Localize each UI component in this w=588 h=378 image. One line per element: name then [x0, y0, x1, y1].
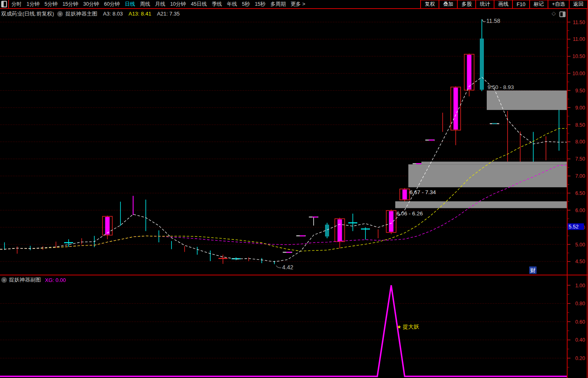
ma-values: A3: 8.03A13: 8.41A21: 7.35: [97, 11, 180, 17]
toolbar-button-4[interactable]: 画线: [494, 0, 512, 9]
svg-text:10.50: 10.50: [572, 54, 585, 59]
svg-text:0.80: 0.80: [575, 301, 585, 306]
period-tab-13[interactable]: 5秒: [239, 1, 252, 8]
svg-text:7.50: 7.50: [575, 156, 585, 162]
period-tab-9[interactable]: 10分钟: [168, 1, 189, 8]
diamond-icon[interactable]: ◇: [552, 11, 556, 16]
toolbar-button-2[interactable]: 多股: [457, 0, 475, 9]
sub-indicator-chart[interactable]: ★捉大妖1.000.800.600.400.20: [0, 276, 588, 378]
svg-text:0.60: 0.60: [575, 319, 585, 325]
period-tab-4[interactable]: 30分钟: [81, 1, 102, 8]
sub-indicator-name[interactable]: 捉妖神器副图: [9, 276, 41, 284]
svg-text:捉大妖: 捉大妖: [403, 324, 419, 330]
period-tab-2[interactable]: 5分钟: [42, 1, 60, 8]
period-tab-3[interactable]: 15分钟: [60, 1, 81, 8]
svg-text:9.00: 9.00: [575, 105, 585, 111]
svg-text:4.50: 4.50: [575, 259, 585, 264]
svg-text:8.50: 8.50: [575, 122, 585, 128]
toolbar-button-7[interactable]: +自选: [548, 0, 569, 9]
main-indicator-name[interactable]: 捉妖神器主图: [65, 10, 97, 18]
svg-text:★: ★: [397, 324, 401, 330]
stock-title: 双成药业(日线.前复权): [1, 10, 54, 18]
chevron-down-icon[interactable]: ∨: [57, 11, 63, 17]
period-tab-10[interactable]: 45日线: [189, 1, 209, 8]
toolbar-button-0[interactable]: 复权: [420, 0, 439, 9]
period-tab-14[interactable]: 15秒: [252, 1, 268, 8]
period-tabs: 分时1分钟5分钟15分钟30分钟60分钟日线周线月线10分钟45日线季线年线5秒…: [9, 1, 308, 8]
candle: [361, 227, 370, 239]
sub-gridlines: [0, 304, 567, 358]
gap-zone: [395, 201, 567, 208]
toolbar-button-8[interactable]: 返回: [569, 0, 588, 9]
window-icon[interactable]: [1, 1, 7, 7]
ma-value-0: A3: 8.03: [103, 11, 122, 17]
candle: [348, 214, 357, 231]
svg-text:5.00: 5.00: [575, 242, 585, 248]
candle: [386, 210, 396, 234]
candles: [4, 19, 559, 264]
toolbar-buttons: 复权叠加多股统计画线F10标记+自选返回: [420, 0, 588, 9]
candle: [400, 188, 410, 204]
top-toolbar: 分时1分钟5分钟15分钟30分钟60分钟日线周线月线10分钟45日线季线年线5秒…: [0, 0, 588, 9]
svg-text:11.00: 11.00: [573, 36, 585, 42]
toolbar-button-3[interactable]: 统计: [475, 0, 494, 9]
svg-text:9.50 - 8.93: 9.50 - 8.93: [488, 84, 514, 90]
candle: [325, 223, 329, 238]
svg-text:0.20: 0.20: [575, 356, 585, 361]
svg-text:财: 财: [530, 267, 536, 273]
main-candlestick-chart[interactable]: 9.50 - 8.937.34 - 7.426.67 - 7.346.06 - …: [0, 18, 588, 275]
period-tab-6[interactable]: 日线: [122, 1, 138, 8]
period-tab-7[interactable]: 周线: [138, 1, 153, 8]
candle: [451, 86, 461, 145]
wealth-badge: 财: [529, 266, 537, 274]
toolbar-button-1[interactable]: 叠加: [439, 0, 457, 9]
gap-zone: [487, 90, 567, 110]
candle: [64, 239, 73, 246]
period-tab-12[interactable]: 年线: [224, 1, 239, 8]
svg-text:6.50: 6.50: [575, 190, 585, 196]
axis-border-line: [567, 9, 568, 378]
svg-text:11.50: 11.50: [573, 20, 585, 25]
candle: [335, 218, 345, 248]
candle: [218, 255, 227, 264]
title-bar: 双成药业(日线.前复权) ∨ 捉妖神器主图 A3: 8.03A13: 8.41A…: [0, 9, 588, 18]
signal-label: ★捉大妖: [397, 324, 419, 330]
chevron-down-icon[interactable]: ∨: [1, 277, 7, 283]
candle: [464, 54, 474, 96]
gap-zone: [408, 164, 567, 187]
svg-text:8.00: 8.00: [575, 139, 585, 145]
period-tab-0[interactable]: 分时: [9, 1, 24, 8]
price-axis: 11.5011.0010.5010.009.509.008.508.007.50…: [568, 20, 585, 265]
period-tab-1[interactable]: 1分钟: [24, 1, 42, 8]
period-tab-5[interactable]: 60分钟: [102, 1, 122, 8]
ma-value-1: A13: 8.41: [129, 11, 151, 17]
period-tab-11[interactable]: 季线: [209, 1, 224, 8]
period-tab-8[interactable]: 月线: [153, 1, 168, 8]
svg-text:4.42: 4.42: [282, 264, 293, 271]
right-border-line: [587, 9, 588, 378]
svg-text:6.06 - 6.26: 6.06 - 6.26: [396, 210, 423, 217]
period-tab-15[interactable]: 多周期: [268, 1, 288, 8]
panel-toggle-icon[interactable]: [559, 11, 566, 17]
signal-line: [0, 285, 567, 376]
sub-panel-header: ∨ 捉妖神器副图 XG: 0.00: [0, 276, 66, 284]
gap-zone: [421, 161, 567, 164]
toolbar-button-5[interactable]: F10: [512, 0, 529, 9]
xg-value: XG: 0.00: [45, 277, 66, 283]
svg-text:10.00: 10.00: [572, 71, 585, 76]
svg-text:6.00: 6.00: [575, 208, 585, 213]
svg-text:5.52: 5.52: [569, 224, 579, 230]
period-tab-16[interactable]: 更多 >: [288, 1, 308, 8]
gap-zones: 9.50 - 8.937.34 - 7.426.67 - 7.346.06 - …: [395, 84, 567, 217]
candle: [102, 216, 112, 239]
svg-text:0.40: 0.40: [575, 337, 585, 343]
svg-text:11.58: 11.58: [486, 18, 500, 24]
current-price-tag: 5.52: [568, 224, 584, 230]
candle: [309, 217, 318, 226]
svg-text:7.00: 7.00: [575, 173, 585, 179]
panel-divider[interactable]: [0, 275, 588, 275]
candle: [480, 19, 484, 91]
svg-text:1.00: 1.00: [575, 283, 585, 289]
toolbar-button-6[interactable]: 标记: [529, 0, 548, 9]
ma-value-2: A21: 7.35: [157, 11, 180, 17]
